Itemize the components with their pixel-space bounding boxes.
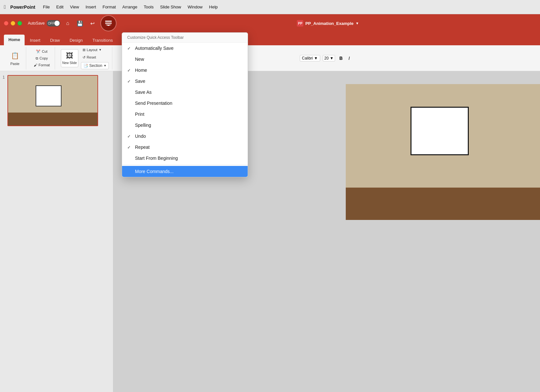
app-name: PowerPoint <box>10 5 35 10</box>
tab-home[interactable]: Home <box>4 35 25 45</box>
slides-panel: 1 <box>0 71 113 392</box>
undo-icon-button[interactable]: ↩ <box>87 18 97 28</box>
traffic-lights <box>4 21 22 26</box>
ribbon-content: 📋 Paste ✂️ Cut ⧉ Copy 🖌 Format <box>0 45 540 71</box>
slide-number: 1 <box>3 75 5 80</box>
menu-window[interactable]: Window <box>185 3 206 11</box>
doc-title-chevron-icon[interactable]: ▼ <box>355 21 359 25</box>
save-as-label: Save As <box>135 90 152 95</box>
undo-label: Undo <box>135 134 146 139</box>
menu-edit[interactable]: Edit <box>53 3 67 11</box>
dropdown-item-repeat[interactable]: ✓ Repeat <box>122 142 248 153</box>
save-icon-button[interactable]: 💾 <box>75 18 85 28</box>
tab-design[interactable]: Design <box>65 35 87 45</box>
dropdown-item-start-from-beginning[interactable]: Start From Beginning <box>122 153 248 164</box>
format-button[interactable]: 🖌 Format <box>32 62 51 68</box>
dropdown-item-spelling[interactable]: Spelling <box>122 120 248 131</box>
reset-button[interactable]: ↺ Reset <box>81 55 109 60</box>
italic-button[interactable]: I <box>347 55 351 61</box>
dropdown-item-save-as[interactable]: Save As <box>122 87 248 98</box>
slide-canvas-white-box <box>411 107 469 155</box>
bold-button[interactable]: B <box>338 55 344 61</box>
tab-insert[interactable]: Insert <box>25 35 45 45</box>
new-slide-icon: 🖼 <box>66 52 73 60</box>
start-from-beginning-label: Start From Beginning <box>135 156 178 161</box>
menu-bar:  PowerPoint File Edit View Insert Forma… <box>0 0 540 14</box>
paste-button[interactable]: 📋 Paste <box>7 49 23 67</box>
doc-title: PP_Animation_Example <box>305 21 354 26</box>
menu-file[interactable]: File <box>40 3 53 11</box>
home-label: Home <box>135 68 147 73</box>
copy-label: Copy <box>39 56 48 60</box>
maximize-button[interactable] <box>17 21 22 26</box>
copy-icon: ⧉ <box>36 56 38 60</box>
dropdown-header: Customize Quick Access Toolbar <box>122 33 248 43</box>
reset-label: Reset <box>87 55 96 59</box>
menu-arrange[interactable]: Arrange <box>119 3 141 11</box>
repeat-label: Repeat <box>135 145 150 150</box>
layout-label: Layout <box>87 48 97 52</box>
menu-help[interactable]: Help <box>206 3 221 11</box>
dropdown-item-new[interactable]: New <box>122 54 248 65</box>
section-label: Section <box>89 63 102 68</box>
main-area: 1 <box>0 71 540 392</box>
dropdown-header-text: Customize Quick Access Toolbar <box>127 35 184 40</box>
menu-view[interactable]: View <box>67 3 82 11</box>
cut-label: Cut <box>42 49 47 53</box>
section-icon: 📑 <box>83 63 88 68</box>
cut-button[interactable]: ✂️ Cut <box>34 49 49 54</box>
dropdown-item-send-presentation[interactable]: Send Presentation <box>122 98 248 109</box>
print-label: Print <box>135 112 144 117</box>
paste-label: Paste <box>10 62 19 66</box>
paste-icon: 📋 <box>10 50 20 61</box>
dropdown-separator <box>122 165 248 165</box>
home-icon-button[interactable]: ⌂ <box>63 18 73 28</box>
autosave-toggle[interactable]: OFF <box>47 20 60 27</box>
slide-thumb-white-box <box>36 85 62 106</box>
dropdown-item-more-commands[interactable]: More Commands... <box>122 166 248 177</box>
auto-save-label: Automatically Save <box>135 46 174 51</box>
powerpoint-file-icon: PP <box>297 20 303 27</box>
tab-draw[interactable]: Draw <box>46 35 64 45</box>
layout-button[interactable]: ⊞ Layout ▼ <box>81 47 109 53</box>
menu-slide-show[interactable]: Slide Show <box>157 3 184 11</box>
slide-thumb-floor <box>8 113 97 125</box>
font-size-dropdown[interactable]: 20 ▼ <box>323 55 335 61</box>
doc-title-area: PP PP_Animation_Example ▼ <box>297 20 359 27</box>
layout-icon: ⊞ <box>83 48 85 52</box>
repeat-checkmark: ✓ <box>127 145 132 150</box>
auto-save-checkmark: ✓ <box>127 46 132 51</box>
new-label: New <box>135 57 144 62</box>
svg-rect-1 <box>105 23 112 24</box>
dropdown-item-save[interactable]: ✓ Save <box>122 76 248 87</box>
slide-thumbnail[interactable] <box>7 75 98 126</box>
dropdown-item-undo[interactable]: ✓ Undo <box>122 131 248 142</box>
spelling-label: Spelling <box>135 123 151 128</box>
svg-rect-0 <box>105 21 112 22</box>
quick-access-toolbar-button[interactable] <box>101 16 116 31</box>
dropdown-item-print[interactable]: Print <box>122 109 248 120</box>
save-checkmark: ✓ <box>127 79 132 84</box>
menu-tools[interactable]: Tools <box>141 3 157 11</box>
ribbon-tabs: Home Insert Draw Design Transitions Anim… <box>0 32 540 45</box>
close-button[interactable] <box>4 21 8 26</box>
copy-button[interactable]: ⧉ Copy <box>34 56 50 61</box>
section-chevron-icon: ▼ <box>104 64 107 67</box>
tab-transitions[interactable]: Transitions <box>88 35 117 45</box>
minimize-button[interactable] <box>11 21 15 26</box>
font-name-dropdown[interactable]: Calibri ▼ <box>300 55 320 61</box>
ribbon-group-slides: 🖼 New Slide ⊞ Layout ▼ ↺ Reset 📑 Section… <box>58 47 112 70</box>
dropdown-item-auto-save[interactable]: ✓ Automatically Save <box>122 43 248 54</box>
svg-marker-2 <box>105 25 112 26</box>
customize-toolbar-dropdown: Customize Quick Access Toolbar ✓ Automat… <box>122 32 248 177</box>
section-button[interactable]: 📑 Section ▼ <box>81 62 109 69</box>
home-checkmark: ✓ <box>127 68 132 73</box>
dropdown-item-home[interactable]: ✓ Home <box>122 65 248 76</box>
apple-logo-icon[interactable]:  <box>4 4 6 10</box>
new-slide-button[interactable]: 🖼 New Slide <box>61 49 78 67</box>
toggle-knob <box>54 21 60 26</box>
ribbon-group-clipboard: 📋 Paste <box>4 47 26 70</box>
menu-format[interactable]: Format <box>99 3 119 11</box>
format-label: Format <box>39 63 50 67</box>
menu-insert[interactable]: Insert <box>82 3 99 11</box>
